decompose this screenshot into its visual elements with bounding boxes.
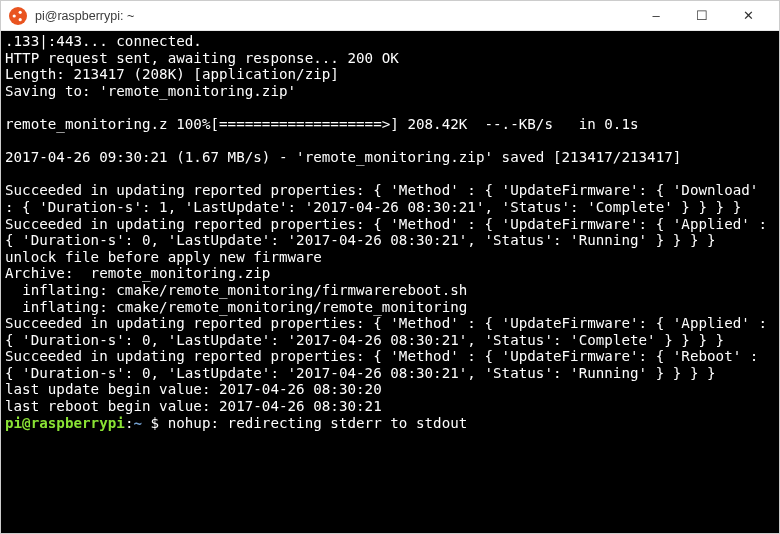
window-title: pi@raspberrypi: ~: [35, 9, 633, 23]
svg-point-2: [19, 10, 22, 13]
close-button[interactable]: ✕: [725, 1, 771, 31]
minimize-button[interactable]: –: [633, 1, 679, 31]
terminal-window: pi@raspberrypi: ~ – ☐ ✕ .133|:443... con…: [0, 0, 780, 534]
titlebar[interactable]: pi@raspberrypi: ~ – ☐ ✕: [1, 1, 779, 31]
prompt-user-host: pi@raspberrypi: [5, 415, 125, 431]
ubuntu-terminal-icon: [9, 7, 27, 25]
svg-point-0: [9, 7, 27, 25]
terminal-output[interactable]: .133|:443... connected. HTTP request sen…: [1, 31, 779, 533]
svg-point-1: [13, 14, 16, 17]
maximize-button[interactable]: ☐: [679, 1, 725, 31]
window-controls: – ☐ ✕: [633, 1, 771, 31]
nohup-output: nohup: redirecting stderr to stdout: [168, 415, 468, 431]
svg-point-3: [19, 18, 22, 21]
prompt-path: ~: [133, 415, 142, 431]
prompt-dollar: $: [142, 415, 168, 431]
